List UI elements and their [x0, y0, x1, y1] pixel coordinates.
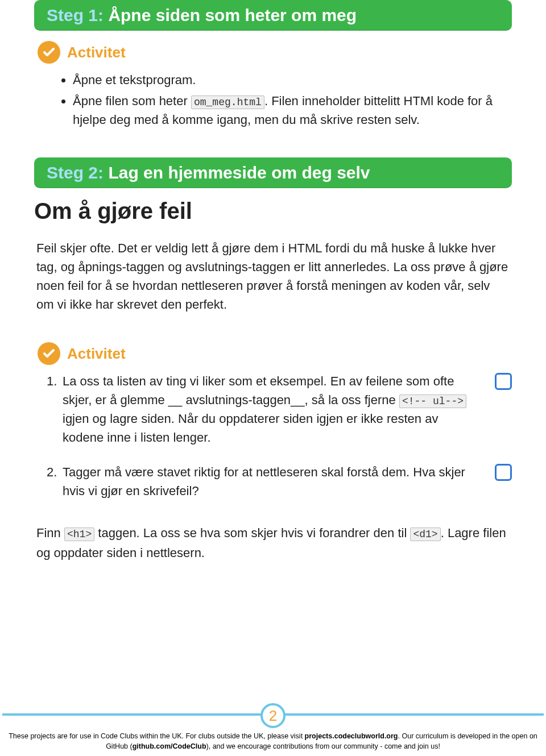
numlist-2-text: Tagger må være stavet riktig for at nett… — [63, 465, 465, 498]
code-om-meg: om_meg.html — [191, 95, 264, 109]
check-icon — [38, 41, 60, 64]
activity-row-1: Activitet — [34, 41, 512, 64]
bullet-2: Åpne filen som heter om_meg.html. Filen … — [73, 92, 512, 129]
p2-part2: taggen. La oss se hva som skjer hvis vi … — [94, 526, 410, 540]
code-ul-comment: <!-- ul--> — [399, 394, 466, 408]
p2-part1: Finn — [36, 526, 64, 540]
footer-e: ), and we encourage contributions from o… — [206, 742, 440, 750]
numlist-1-post: igjen og lagre siden. Når du oppdaterer … — [63, 412, 438, 445]
bullet-1: Åpne et tekstprogram. — [73, 70, 512, 89]
step-1-label: Steg 1: — [47, 6, 104, 24]
numbered-list: La oss ta listen av ting vi liker som et… — [34, 372, 512, 500]
activity-row-2: Activitet — [34, 342, 512, 365]
step-2-label: Steg 2: — [47, 163, 104, 182]
footer-link-1: projects.codeclubworld.org — [305, 732, 398, 740]
step-1-header: Steg 1: Åpne siden som heter om meg — [34, 0, 512, 31]
bullet-2-pre: Åpne filen som heter — [73, 94, 191, 108]
task-checkbox-1[interactable] — [495, 373, 512, 390]
page-footer: 2 These projects are for use in Code Clu… — [0, 713, 546, 756]
activity-label-2: Activitet — [67, 345, 126, 363]
paragraph-1: Feil skjer ofte. Det er veldig lett å gj… — [34, 239, 512, 314]
step-1-bullet-list: Åpne et tekstprogram. Åpne filen som het… — [34, 70, 512, 129]
code-h1: <h1> — [64, 527, 94, 541]
check-icon — [38, 342, 60, 365]
numlist-item-2: Tagger må være stavet riktig for at nett… — [63, 463, 512, 500]
paragraph-2: Finn <h1> taggen. La oss se hva som skje… — [34, 523, 512, 563]
footer-a: These projects are for use in Code Clubs… — [9, 732, 304, 740]
subheading: Om å gjøre feil — [34, 198, 512, 224]
numlist-item-1: La oss ta listen av ting vi liker som et… — [63, 372, 512, 447]
page-number: 2 — [260, 703, 286, 728]
step-2-title: Steg 2: Lag en hjemmeside om deg selv — [47, 163, 499, 182]
numlist-1-pre: La oss ta listen av ting vi liker som et… — [63, 374, 454, 407]
footer-link-2: github.com/CodeClub — [133, 742, 206, 750]
footer-text: These projects are for use in Code Clubs… — [0, 728, 546, 756]
step-1-title-text: Åpne siden som heter om meg — [108, 6, 357, 24]
code-d1: <d1> — [410, 527, 440, 541]
step-2-title-text: Lag en hjemmeside om deg selv — [108, 163, 370, 182]
task-checkbox-2[interactable] — [495, 464, 512, 481]
step-1-title: Steg 1: Åpne siden som heter om meg — [47, 6, 499, 25]
step-2-header: Steg 2: Lag en hjemmeside om deg selv — [34, 157, 512, 188]
activity-label-1: Activitet — [67, 44, 126, 61]
